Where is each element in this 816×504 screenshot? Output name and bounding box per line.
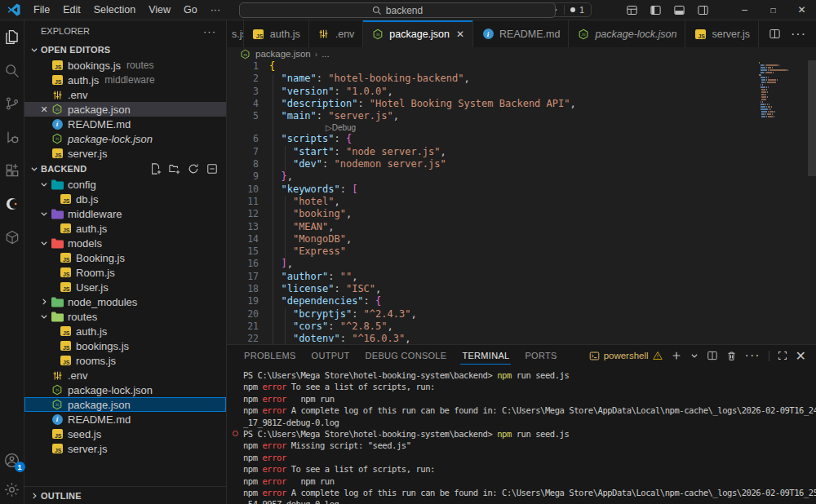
code-line[interactable]: 14 "MongoDB",	[227, 233, 816, 245]
tab-s.js[interactable]: s.js	[227, 20, 244, 47]
code-line[interactable]: 6 "scripts": {	[227, 133, 816, 145]
close-panel-icon[interactable]: ✕	[796, 348, 806, 364]
outline-section-header[interactable]: OUTLINE	[24, 486, 226, 504]
refresh-icon[interactable]	[188, 163, 199, 175]
panel-tab-problems[interactable]: PROBLEMS	[241, 345, 299, 366]
close-tab-icon[interactable]: ✕	[456, 29, 464, 40]
menu-go[interactable]: Go	[177, 4, 204, 15]
code-line[interactable]: 10 "keywords": [	[227, 183, 816, 196]
open-editor-bookings.js[interactable]: JSbookings.jsroutes	[24, 58, 226, 73]
tree-item-Booking.js[interactable]: JSBooking.js	[24, 250, 226, 265]
tab-README.md[interactable]: iREADME.md	[473, 20, 569, 47]
tree-item-auth.js[interactable]: JSauth.js	[24, 324, 226, 338]
code-line[interactable]: 15 "Express"	[227, 245, 816, 258]
tree-item-server.js[interactable]: JSserver.js	[24, 441, 226, 456]
tree-item-node_modules[interactable]: node_modules	[24, 294, 226, 309]
panel-tab-ports[interactable]: PORTS	[521, 345, 560, 366]
menu-selection[interactable]: Selection	[87, 4, 142, 15]
terminal-dropdown-icon[interactable]	[690, 351, 698, 360]
open-editor-package.json[interactable]: ✕JSpackage.json	[24, 102, 226, 117]
code-line[interactable]: 16 ],	[227, 258, 816, 270]
code-line[interactable]: 8 "dev": "nodemon server.js"	[227, 158, 816, 170]
menu-file[interactable]: File	[27, 4, 56, 15]
tab-package.json[interactable]: JSpackage.json✕	[363, 20, 473, 47]
code-line[interactable]: 13 "MEAN",	[227, 221, 816, 233]
run-debug-icon[interactable]	[2, 127, 22, 147]
extensions-icon[interactable]	[2, 161, 22, 180]
tree-item-models[interactable]: models	[24, 236, 226, 250]
new-terminal-icon[interactable]	[671, 350, 682, 361]
minimap[interactable]	[759, 62, 796, 117]
tab-auth.js[interactable]: JSauth.js	[244, 20, 309, 47]
code-line[interactable]: 1{	[227, 60, 816, 73]
open-editor-package-lock.json[interactable]: JSpackage-lock.json	[24, 131, 226, 146]
open-editor-README.md[interactable]: iREADME.md	[24, 117, 226, 131]
toggle-panel-icon[interactable]	[673, 4, 685, 16]
panel-tab-debug-console[interactable]: DEBUG CONSOLE	[362, 345, 450, 366]
kill-terminal-icon[interactable]	[726, 351, 737, 361]
maximize-panel-icon[interactable]	[778, 351, 787, 360]
code-line[interactable]: 12 "booking",	[227, 208, 816, 220]
terminal-shell-label[interactable]: powershell	[589, 351, 663, 361]
menu-view[interactable]: View	[142, 4, 177, 15]
panel-tab-output[interactable]: OUTPUT	[308, 345, 353, 366]
tree-item-bookings.js[interactable]: JSbookings.js	[24, 338, 226, 353]
explorer-more-actions-icon[interactable]: ···	[203, 25, 216, 38]
panel-tab-terminal[interactable]: TERMINAL	[459, 345, 512, 366]
code-line[interactable]: 19 "dependencies": {	[227, 295, 816, 307]
menu-edit[interactable]: Edit	[56, 4, 87, 15]
code-line[interactable]: 22 "dotenv": "^16.0.3",	[227, 333, 816, 344]
code-line[interactable]: 18 "license": "ISC",	[227, 283, 816, 295]
editor-more-actions-icon[interactable]: ···	[791, 27, 806, 42]
tree-item-Room.js[interactable]: JSRoom.js	[24, 265, 226, 280]
code-line[interactable]: 20 "bcryptjs": "^2.4.3",	[227, 308, 816, 321]
code-line[interactable]: 9 },	[227, 170, 816, 183]
command-center-search[interactable]: backend	[239, 2, 556, 18]
cube-extension-icon[interactable]	[2, 228, 22, 247]
code-line[interactable]: 4 "description": "Hotel Booking System B…	[227, 98, 816, 110]
codelens-debug[interactable]: ▷Debug	[227, 122, 816, 133]
tree-item-db.js[interactable]: JSdb.js	[24, 192, 226, 206]
tree-item-package.json[interactable]: JSpackage.json	[24, 397, 226, 412]
backend-section-header[interactable]: BACKEND	[24, 161, 226, 177]
code-line[interactable]: 7 "start": "node server.js",	[227, 146, 816, 158]
explorer-icon[interactable]	[2, 27, 22, 46]
tree-item-rooms.js[interactable]: JSrooms.js	[24, 353, 226, 368]
tree-item-seed.js[interactable]: JSseed.js	[24, 427, 226, 441]
crescent-extension-icon[interactable]	[2, 194, 22, 214]
new-file-icon[interactable]	[150, 163, 162, 175]
tab-.env[interactable]: .env	[309, 20, 364, 47]
open-editor-auth.js[interactable]: JSauth.jsmiddleware	[24, 73, 226, 87]
panel-more-actions-icon[interactable]: ···	[745, 348, 761, 363]
tree-item-.env[interactable]: .env	[24, 368, 226, 382]
tree-item-routes[interactable]: routes	[24, 309, 226, 324]
open-editor-server.js[interactable]: JSserver.js	[24, 146, 226, 161]
code-line[interactable]: 5 "main": "server.js",	[227, 110, 816, 122]
code-line[interactable]: 3 "version": "1.0.0",	[227, 86, 816, 98]
maximize-button[interactable]: □	[759, 0, 787, 20]
tab-package-lock.json[interactable]: JSpackage-lock.json	[569, 20, 685, 47]
code-line[interactable]: 17 "author": "",	[227, 271, 816, 283]
open-editor-.env[interactable]: .env	[24, 87, 226, 102]
source-control-icon[interactable]	[2, 94, 22, 113]
code-editor[interactable]: 1{2 "name": "hotel-booking-backend",3 "v…	[227, 60, 816, 344]
account-icon[interactable]: 1	[2, 450, 22, 470]
tree-item-package-lock.json[interactable]: JSpackage-lock.json	[24, 382, 226, 397]
tree-item-User.js[interactable]: JSUser.js	[24, 280, 226, 294]
collapse-all-icon[interactable]	[206, 163, 218, 175]
split-editor-icon[interactable]	[769, 28, 781, 40]
code-line[interactable]: 11 "hotel",	[227, 196, 816, 208]
tree-item-middleware[interactable]: middleware	[24, 206, 226, 221]
open-editors-header[interactable]: OPEN EDITORS	[24, 42, 226, 58]
new-folder-icon[interactable]	[169, 163, 180, 175]
settings-gear-icon[interactable]	[2, 480, 22, 499]
breadcrumb[interactable]: JS package.json › ...	[227, 47, 816, 60]
editor-scrollbar[interactable]	[808, 60, 816, 176]
terminal-output[interactable]: PS C:\Users\Mega Store\hotel-booking-sys…	[227, 366, 816, 504]
tab-server.js[interactable]: JSserver.js	[685, 20, 759, 47]
close-button[interactable]: ✕	[787, 0, 816, 20]
minimize-button[interactable]: –	[730, 0, 759, 20]
tree-item-auth.js[interactable]: JSauth.js	[24, 221, 226, 236]
tree-item-README.md[interactable]: iREADME.md	[24, 412, 226, 427]
toggle-primary-sidebar-icon[interactable]	[650, 4, 662, 16]
